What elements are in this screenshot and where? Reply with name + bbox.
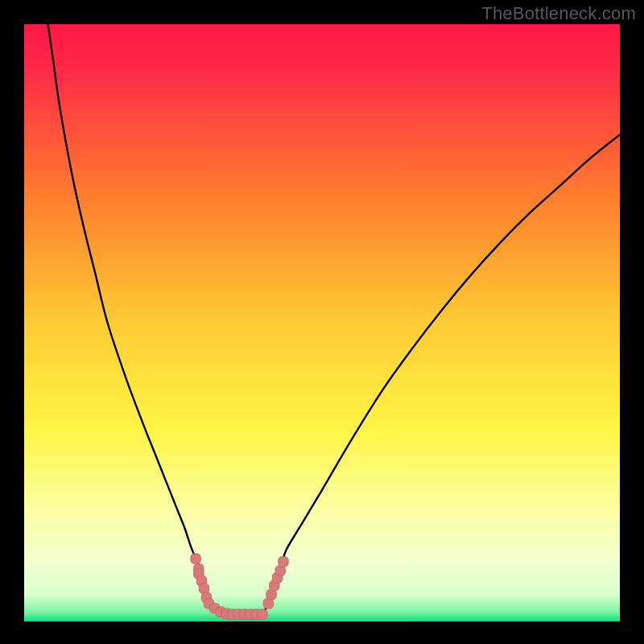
marker-point bbox=[258, 609, 268, 620]
marker-point bbox=[263, 598, 274, 609]
chart-svg bbox=[24, 24, 620, 621]
marker-point bbox=[266, 589, 277, 600]
marker-point bbox=[279, 557, 289, 568]
marker-point bbox=[275, 566, 286, 576]
marker-point bbox=[191, 554, 201, 564]
chart-container: { "watermark": "TheBottleneck.com", "col… bbox=[0, 0, 644, 644]
gradient-backdrop bbox=[24, 24, 620, 621]
watermark-text: TheBottleneck.com bbox=[481, 3, 636, 24]
marker-point bbox=[199, 584, 208, 594]
